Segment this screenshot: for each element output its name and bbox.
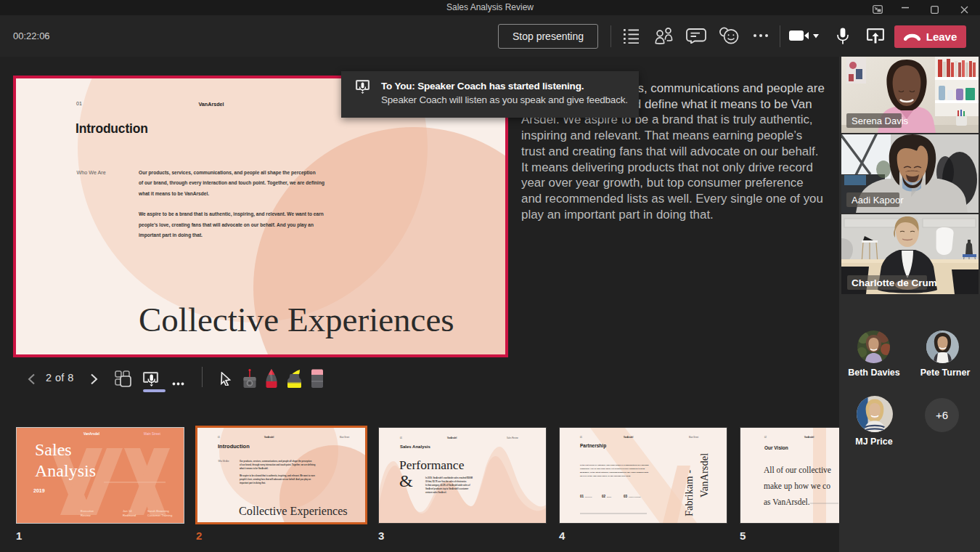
svg-text:Jan 14: Jan 14 — [123, 509, 132, 513]
svg-text:Our products, services, commun: Our products, services, communications, … — [240, 460, 312, 463]
svg-text:Analysis: Analysis — [35, 461, 96, 480]
svg-text:Customer Training: Customer Training — [147, 514, 173, 517]
svg-text:of our brand, through every in: of our brand, through every interaction … — [240, 463, 316, 466]
svg-text:01: 01 — [580, 495, 584, 498]
svg-text:In 2019, VanArsdel's worldwide: In 2019, VanArsdel's worldwide sales rea… — [425, 476, 473, 479]
svg-text:Collective Experiences: Collective Experiences — [139, 301, 454, 338]
svg-text:make up how we co: make up how we co — [764, 482, 830, 491]
svg-text:03: 03 — [624, 495, 628, 498]
svg-text:Share: Share — [607, 496, 612, 498]
svg-text:VanArsel produces top to VanAr: VanArsel produces top to VanArsdel's cus… — [425, 487, 468, 490]
svg-text:Introduction: Introduction — [218, 443, 250, 450]
svg-text:Who We Are: Who We Are — [219, 460, 230, 463]
svg-text:Fabrikam -: Fabrikam - — [683, 470, 695, 516]
svg-text:VanArsdel: VanArsdel — [804, 436, 814, 439]
svg-text:important part in doing that.: important part in doing that. — [240, 482, 266, 484]
svg-text:We aspire to be a brand that i: We aspire to be a brand that is authenti… — [240, 474, 315, 477]
svg-text:We aspire to be a brand that i: We aspire to be a brand that is authenti… — [139, 211, 324, 217]
svg-text:Executive: Executive — [81, 509, 94, 513]
svg-text:of our brand, through every in: of our brand, through every interaction … — [139, 180, 324, 186]
svg-text:VanArsdel: VanArsdel — [447, 437, 457, 439]
svg-text:Collective Experiences: Collective Experiences — [239, 505, 348, 518]
svg-text:Main Street: Main Street — [340, 436, 350, 439]
svg-text:as VanArsdel.: as VanArsdel. — [764, 498, 810, 506]
svg-text:Introduction: Introduction — [75, 121, 148, 136]
svg-text:Sarah Browning: Sarah Browning — [147, 509, 169, 513]
svg-text:VanArsdel: VanArsdel — [198, 101, 224, 107]
svg-text:Main Street: Main Street — [689, 436, 699, 439]
svg-text:Meanwhile, in the latest categ: Meanwhile, in the latest category, Fabri… — [580, 471, 649, 474]
svg-text:people's love, creating fans t: people's love, creating fans that will a… — [139, 222, 314, 228]
svg-text:comprised 4.6% of VanArsdel sa: comprised 4.6% of VanArsdel sales, yet l… — [580, 468, 645, 470]
svg-text:Sales Review: Sales Review — [507, 437, 518, 439]
svg-text:Serena Davis: Serena Davis — [852, 115, 909, 126]
svg-text:VanArsdel: VanArsdel — [83, 432, 99, 436]
svg-text:Partnership: Partnership — [580, 443, 606, 449]
svg-text:Sales: Sales — [35, 440, 72, 459]
svg-text:VanArsdel: VanArsdel — [624, 436, 633, 439]
svg-text:Market contrast: Market contrast — [629, 496, 641, 498]
svg-text:Main Street: Main Street — [144, 432, 161, 436]
svg-text:Our products, services, commun: Our products, services, communications, … — [139, 170, 316, 176]
svg-text:Of that, $2.7X our firm the sa: Of that, $2.7X our firm the sales of ele… — [425, 480, 467, 483]
svg-text:&: & — [399, 471, 413, 490]
svg-text:Aadi Kapoor: Aadi Kapoor — [852, 195, 904, 206]
svg-text:people's love, creating fans t: people's love, creating fans that will a… — [240, 478, 311, 481]
svg-text:In the first seven TV category: In the first seven TV category, VanArsde… — [580, 464, 649, 466]
svg-text:All of our collective: All of our collective — [764, 466, 831, 474]
svg-text:01: 01 — [76, 101, 82, 106]
svg-text:02: 02 — [602, 495, 606, 498]
svg-text:VanArsdel: VanArsdel — [698, 453, 710, 498]
svg-text:up 9.1% of the VanArsdel sales: up 9.1% of the VanArsdel sales, a 1.8% i… — [580, 475, 631, 477]
svg-text:Sales Analysis: Sales Analysis — [400, 445, 430, 449]
svg-text:Redmond: Redmond — [123, 514, 136, 517]
svg-text:Who We Are: Who We Are — [77, 169, 106, 176]
svg-text:important part in doing that.: important part in doing that. — [139, 232, 203, 238]
svg-text:Our Vision: Our Vision — [764, 445, 788, 450]
svg-text:what it means to be VanArsdel.: what it means to be VanArsdel. — [138, 191, 209, 196]
svg-text:venture sales VanArsel.: venture sales VanArsel. — [425, 491, 446, 494]
svg-text:Charlotte de Crum: Charlotte de Crum — [852, 277, 937, 288]
svg-text:2019: 2019 — [33, 488, 45, 493]
svg-text:VanArsdel: VanArsdel — [264, 436, 274, 439]
svg-text:Review: Review — [81, 514, 91, 517]
svg-text:what it means to be VanArsdel.: what it means to be VanArsdel. — [239, 467, 269, 470]
svg-text:In that category, 43.2% of Van: In that category, 43.2% of VanArsdel-wid… — [425, 484, 470, 487]
svg-text:Revenue: Revenue — [585, 496, 592, 498]
svg-text:Performance: Performance — [399, 458, 465, 472]
